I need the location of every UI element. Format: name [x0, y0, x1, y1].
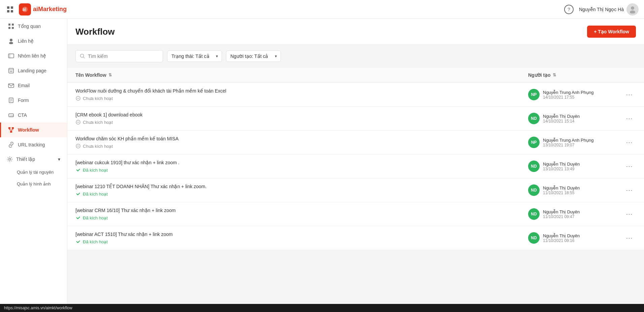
sidebar-item-email[interactable]: Email	[0, 78, 67, 93]
svg-point-13	[9, 42, 13, 44]
svg-point-7	[630, 10, 635, 13]
workflow-name: WorkFlow nuôi dưỡng & chuyển đổi khách t…	[75, 88, 528, 94]
sidebar-item-cta[interactable]: CTA CTA	[0, 108, 67, 123]
workflow-info: [webinar ACT 1510] Thư xác nhận + link z…	[75, 232, 528, 244]
sidebar-item-label: Landing page	[18, 68, 46, 73]
sidebar-item-label: CTA	[18, 112, 27, 118]
page-header: Workflow + Tạo Workflow	[67, 19, 644, 45]
svg-rect-26	[8, 127, 10, 129]
row-menu-button[interactable]: ⋯	[622, 234, 636, 242]
workflow-creator: ND Nguyễn Thị Duyên 11/10/2021 18:55	[528, 184, 622, 196]
sidebar-item-lien-he[interactable]: Liên hệ	[0, 34, 67, 48]
user-avatar-icon	[626, 3, 639, 15]
user-info[interactable]: Nguyễn Thị Ngọc Hà	[579, 3, 639, 15]
creator-details: Nguyễn Trung Anh Phụng 14/10/2021 17:55	[543, 90, 593, 100]
svg-text:CTA: CTA	[10, 115, 14, 117]
workflow-status-label: Chưa kích hoạt	[83, 120, 113, 125]
svg-point-33	[9, 158, 11, 160]
workflow-status: Đã kích hoạt	[75, 239, 528, 244]
sidebar-submenu: Quản lý tài nguyên Quản lý hình ảnh	[0, 166, 67, 190]
sidebar-item-tong-quan[interactable]: Tổng quan	[0, 19, 67, 34]
svg-point-12	[10, 39, 12, 41]
row-menu-button[interactable]: ⋯	[622, 186, 636, 194]
svg-rect-10	[8, 27, 10, 29]
workflow-creator: ND Nguyễn Thị Duyên 11/10/2021 09:47	[528, 208, 622, 220]
status-dot-icon	[75, 191, 81, 197]
workflow-name: [webinar CRM 16/10] Thư xác nhận + link …	[75, 208, 528, 213]
svg-rect-28	[10, 131, 12, 133]
help-icon[interactable]: ?	[564, 5, 574, 14]
landing-icon	[8, 67, 14, 74]
workflow-icon	[8, 127, 14, 133]
row-menu-button[interactable]: ⋯	[622, 210, 636, 218]
table-header: Tên Workflow ⇅ Người tạo ⇅	[67, 68, 644, 83]
sidebar-item-url-tracking[interactable]: URL tracking	[0, 137, 67, 152]
sidebar-submenu-item-hinh-anh[interactable]: Quản lý hình ảnh	[0, 178, 67, 190]
creator-name: Nguyễn Trung Anh Phụng	[543, 90, 593, 95]
create-workflow-button[interactable]: + Tạo Workflow	[587, 26, 636, 38]
logo-text: aiMarketing	[33, 6, 67, 13]
main-content: Workflow + Tạo Workflow Trạng thái: Tất …	[67, 0, 644, 312]
workflow-status-label: Chưa kích hoạt	[83, 96, 113, 101]
creator-avatar: ND	[528, 232, 540, 244]
workflow-status-label: Đã kích hoạt	[83, 168, 108, 173]
workflow-creator: NP Nguyễn Trung Anh Phụng 14/10/2021 17:…	[528, 89, 622, 100]
workflow-status: Chưa kích hoạt	[75, 96, 528, 101]
col-header-creator: Người tạo ⇅	[528, 72, 622, 78]
creator-name: Nguyễn Thị Duyên	[543, 209, 580, 214]
svg-rect-2	[7, 10, 9, 12]
creator-name: Nguyễn Thị Duyên	[543, 114, 580, 119]
row-menu-button[interactable]: ⋯	[622, 138, 636, 146]
row-menu-button[interactable]: ⋯	[622, 114, 636, 123]
creator-filter[interactable]: Người tạo: Tất cả	[226, 50, 281, 62]
creator-date: 11/10/2021 09:47	[543, 214, 580, 219]
sort-name-icon[interactable]: ⇅	[108, 73, 112, 77]
row-menu-button[interactable]: ⋯	[622, 91, 636, 99]
status-dot-icon	[75, 167, 81, 173]
workflow-info: [webinar 1210 TẾT DOANH NHÂN] Thư xác nh…	[75, 184, 528, 197]
statusbar: https://misajsc.amis.vn/aimkt/workflow	[0, 304, 644, 312]
search-input[interactable]	[88, 50, 159, 62]
sidebar-submenu-item-tai-nguyen[interactable]: Quản lý tài nguyên	[0, 166, 67, 178]
table-row: [webinar CRM 16/10] Thư xác nhận + link …	[67, 202, 644, 226]
sidebar-item-thiet-lap[interactable]: Thiết lập ▾	[0, 152, 67, 166]
workflow-status-label: Đã kích hoạt	[83, 239, 108, 244]
link-icon	[8, 141, 14, 148]
workflow-info: [CRM ebook 1] download ebook Chưa kích h…	[75, 112, 528, 125]
svg-line-35	[84, 57, 85, 59]
table-row: Workflow chăm sóc KH phần mềm kế toán MI…	[67, 131, 644, 154]
group-icon	[8, 53, 14, 59]
sidebar-item-workflow[interactable]: Workflow	[0, 123, 67, 137]
search-input-wrap	[75, 50, 163, 62]
creator-avatar: NP	[528, 137, 540, 148]
sidebar-item-nhom-lien-he[interactable]: Nhóm liên hệ	[0, 48, 67, 63]
svg-rect-8	[8, 24, 10, 26]
creator-details: Nguyễn Thị Duyên 14/10/2021 15:14	[543, 114, 580, 124]
logo-icon: ai	[19, 3, 31, 15]
sidebar-item-label: URL tracking	[18, 142, 45, 147]
creator-date: 11/10/2021 09:16	[543, 238, 580, 243]
row-menu-button[interactable]: ⋯	[622, 162, 636, 170]
creator-name: Nguyễn Thị Duyên	[543, 185, 580, 190]
workflow-info: [webinar CRM 16/10] Thư xác nhận + link …	[75, 208, 528, 220]
grid-menu-icon[interactable]	[5, 5, 15, 14]
sidebar-settings-label: Thiết lập	[16, 157, 35, 162]
status-filter[interactable]: Trạng thái: Tất cả Đã kích hoạt Chưa kíc…	[167, 50, 222, 62]
table-row: [CRM ebook 1] download ebook Chưa kích h…	[67, 107, 644, 131]
workflow-creator: NP Nguyễn Trung Anh Phụng 13/10/2021 19:…	[528, 137, 622, 148]
status-dot-icon	[75, 143, 81, 149]
workflow-name: [CRM ebook 1] download ebook	[75, 112, 528, 117]
gear-icon	[7, 156, 13, 162]
statusbar-url: https://misajsc.amis.vn/aimkt/workflow	[4, 306, 72, 310]
topbar-left: ai aiMarketing	[5, 3, 67, 15]
workflow-name: Workflow chăm sóc KH phần mềm kế toán MI…	[75, 136, 528, 141]
svg-point-6	[631, 6, 634, 10]
workflow-name: [webinar 1210 TẾT DOANH NHÂN] Thư xác nh…	[75, 184, 528, 189]
table-row: [webinar ACT 1510] Thư xác nhận + link z…	[67, 226, 644, 250]
sort-creator-icon[interactable]: ⇅	[553, 73, 556, 77]
sidebar-item-label: Form	[18, 98, 29, 103]
workflow-name: [webinar cukcuk 1910] thư xác nhận + lin…	[75, 160, 528, 165]
sidebar-item-form[interactable]: Form	[0, 93, 67, 108]
creator-details: Nguyễn Thị Duyên 11/10/2021 09:47	[543, 209, 580, 219]
sidebar-item-landing-page[interactable]: Landing page	[0, 63, 67, 78]
